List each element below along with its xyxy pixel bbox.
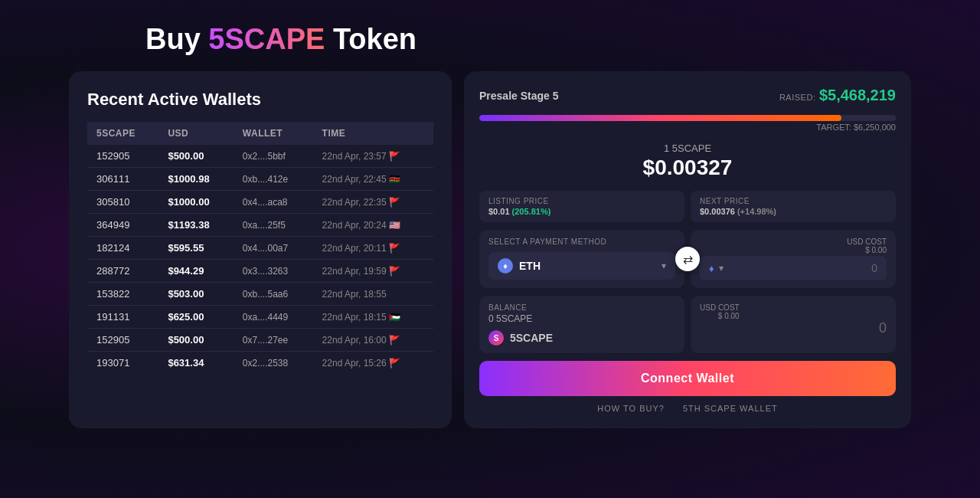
table-row: 288772$944.290x3....326322nd Apr, 19:59 … — [87, 260, 433, 283]
target-text: TARGET: $6,250,000 — [479, 123, 896, 132]
col-wallet: Wallet — [234, 122, 313, 145]
next-price-label: NEXT PRICE — [700, 197, 887, 205]
balance-right: USD COST $ 0.00 0 — [691, 296, 896, 353]
listing-price-value: $0.01 (205.81%) — [488, 207, 675, 216]
wallets-heading: Recent Active Wallets — [87, 90, 433, 110]
main-container: Recent Active Wallets 5SCAPE USD Wallet … — [69, 71, 911, 428]
token-name: 5SCAPE — [510, 332, 553, 344]
wallet-tbody: 152905$500.000x2....5bbf22nd Apr, 23:57 … — [87, 145, 433, 374]
eth-select[interactable]: ♦ ETH ▾ — [488, 252, 675, 280]
table-row: 152905$500.000x7....27ee22nd Apr, 16:00 … — [87, 329, 433, 352]
usd-cost-label: USD COST — [847, 238, 887, 246]
title-suffix: Token — [325, 23, 416, 55]
page-header: Buy 5SCAPE Token — [0, 0, 980, 71]
usd-cost-section: USD COST $ 0.00 — [847, 238, 887, 254]
payment-left: SELECT A PAYMENT METHOD ♦ ETH ▾ — [479, 230, 684, 288]
table-row: 153822$503.000xb....5aa622nd Apr, 18:55 — [87, 283, 433, 306]
next-price-value: $0.00376 (+14.98%) — [700, 207, 887, 216]
table-row: 182124$595.550x4....00a722nd Apr, 20:11 … — [87, 237, 433, 260]
table-row: 306111$1000.980xb....412e22nd Apr, 22:45… — [87, 168, 433, 191]
usd-cost-header: USD COST $ 0.00 — [700, 238, 887, 254]
listing-price-box: LISTING PRICE $0.01 (205.81%) — [479, 191, 684, 222]
right-zero-value: 0 — [879, 320, 887, 336]
token-row: S 5SCAPE — [488, 330, 675, 346]
presale-stage: Presale Stage 5 — [479, 90, 559, 102]
raised-amount: $5,468,219 — [819, 87, 896, 103]
target-label: TARGET: — [816, 123, 851, 132]
price-info-row: LISTING PRICE $0.01 (205.81%) NEXT PRICE… — [479, 191, 896, 222]
page-title: Buy 5SCAPE Token — [145, 23, 980, 56]
swap-button[interactable]: ⇄ — [675, 247, 700, 271]
right-panel: Presale Stage 5 RAISED: $5,468,219 TARGE… — [464, 71, 911, 428]
eth-input-icon: ♦ — [709, 263, 714, 274]
target-amount: $6,250,000 — [854, 123, 896, 132]
progress-bar-fill — [479, 115, 841, 121]
token-price: $0.00327 — [479, 156, 896, 180]
left-panel: Recent Active Wallets 5SCAPE USD Wallet … — [69, 71, 452, 428]
right-usd-section: USD COST $ 0.00 — [700, 303, 740, 320]
input-chevron-icon: ▾ — [719, 263, 724, 274]
table-row: 305810$1000.000x4....aca822nd Apr, 22:35… — [87, 191, 433, 214]
eth-label: ETH — [519, 260, 541, 272]
payment-right: USD COST $ 0.00 ♦ ▾ 0 — [691, 230, 896, 288]
progress-bar-container — [479, 115, 896, 121]
token-unit: 1 5SCAPE — [479, 143, 896, 154]
col-time: Time — [313, 122, 433, 145]
wallet-table: 5SCAPE USD Wallet Time 152905$500.000x2.… — [87, 122, 433, 374]
raised-label: RAISED: — [779, 93, 816, 102]
right-usd-label: USD COST — [700, 303, 740, 312]
next-price-box: NEXT PRICE $0.00376 (+14.98%) — [691, 191, 896, 222]
col-scape: 5SCAPE — [87, 122, 158, 145]
usd-cost-value: $ 0.00 — [847, 246, 887, 254]
progress-section: TARGET: $6,250,000 — [479, 112, 896, 132]
eth-input-row[interactable]: ♦ ▾ 0 — [700, 256, 887, 280]
eth-icon: ♦ — [498, 258, 513, 274]
5th-scape-wallet-link[interactable]: 5TH SCAPE WALLET — [683, 404, 778, 413]
table-row: 152905$500.000x2....5bbf22nd Apr, 23:57 … — [87, 145, 433, 168]
eth-input-value: 0 — [730, 262, 877, 274]
presale-header: Presale Stage 5 RAISED: $5,468,219 — [479, 87, 896, 104]
balance-label: BALANCE — [488, 303, 675, 312]
eth-select-left: ♦ ETH — [498, 258, 541, 274]
right-usd-value: $ 0.00 — [700, 312, 740, 320]
raised-section: RAISED: $5,468,219 — [779, 87, 896, 104]
how-to-buy-link[interactable]: HOW TO BUY? — [597, 404, 665, 413]
table-row: 191131$625.000xa....444922nd Apr, 18:15 … — [87, 306, 433, 329]
connect-wallet-button[interactable]: Connect Wallet — [479, 361, 896, 396]
table-row: 364949$1193.380xa....25f522nd Apr, 20:24… — [87, 214, 433, 237]
token-price-section: 1 5SCAPE $0.00327 — [479, 139, 896, 183]
token-icon: S — [488, 330, 504, 346]
balance-section: BALANCE 0 5SCAPE S 5SCAPE USD COST $ 0.0… — [479, 296, 896, 353]
payment-method-label: SELECT A PAYMENT METHOD — [488, 238, 675, 246]
table-header-row: 5SCAPE USD Wallet Time — [87, 122, 433, 145]
footer-links: HOW TO BUY? 5TH SCAPE WALLET — [479, 404, 896, 413]
table-row: 193071$631.340x2....253822nd Apr, 15:26 … — [87, 352, 433, 375]
col-usd: USD — [158, 122, 233, 145]
payment-section: SELECT A PAYMENT METHOD ♦ ETH ▾ ⇄ USD CO… — [479, 230, 896, 288]
title-prefix: Buy — [145, 23, 208, 55]
balance-left: BALANCE 0 5SCAPE S 5SCAPE — [479, 296, 684, 353]
right-zero-section: 0 — [700, 320, 887, 336]
swap-icon: ⇄ — [683, 252, 693, 267]
title-brand: 5SCAPE — [208, 23, 325, 55]
chevron-down-icon: ▾ — [662, 260, 666, 271]
balance-value: 0 5SCAPE — [488, 313, 675, 324]
listing-price-label: LISTING PRICE — [488, 197, 675, 205]
balance-right-content: USD COST $ 0.00 — [700, 303, 887, 320]
